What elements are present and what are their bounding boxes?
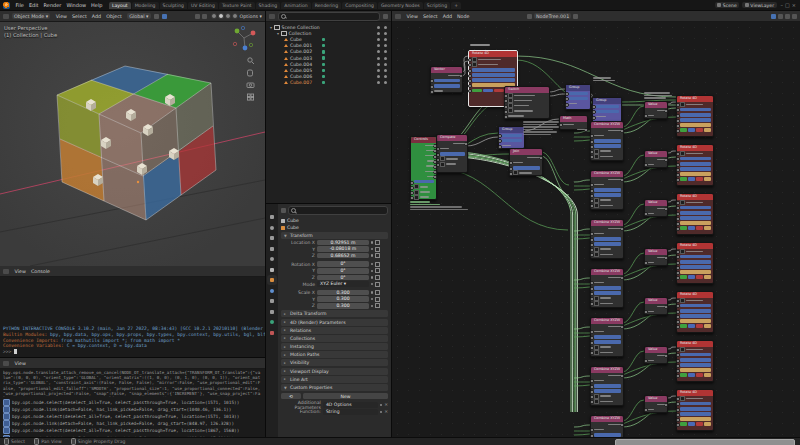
snapping-magnet-icon[interactable] — [778, 14, 783, 19]
output-socket[interactable] — [620, 178, 624, 182]
lock-icon[interactable] — [375, 290, 380, 295]
node-title[interactable]: Controls — [411, 137, 436, 143]
disable-render-icon[interactable] — [384, 32, 387, 35]
animate-dot[interactable] — [371, 254, 373, 256]
node-title[interactable]: Combine XYZW — [591, 122, 623, 128]
node-combine-xyzw[interactable]: Combine XYZW — [590, 170, 624, 210]
node-value[interactable]: Value — [644, 150, 668, 168]
menu-help[interactable]: Help — [89, 2, 105, 8]
input-socket[interactable] — [676, 276, 680, 280]
tab-sculpting[interactable]: Sculpting — [160, 2, 187, 9]
viewport-menu-select[interactable]: Select — [70, 14, 90, 19]
node-combine-xyzw[interactable]: Combine XYZW — [590, 121, 624, 161]
panel-collections[interactable]: ▸Collections — [281, 335, 388, 342]
node-title[interactable]: Combine XYZW — [591, 171, 623, 177]
window-button-2[interactable]: × — [791, 2, 797, 8]
node-title[interactable]: Combine XYZW — [591, 318, 623, 324]
overlays-dropdown-icon[interactable] — [785, 14, 790, 19]
panel-delta-transform[interactable]: ▸Delta Transform — [281, 310, 388, 317]
node-value[interactable]: Value — [644, 346, 668, 364]
output-socket[interactable] — [539, 156, 543, 160]
lock-icon[interactable] — [375, 303, 380, 308]
info-log-entry[interactable]: bpy.ops.node.select(deselect_all=True, s… — [3, 413, 262, 420]
viewport-menu-object[interactable]: Object — [104, 14, 125, 19]
node-title[interactable]: Rotate 4D — [677, 390, 713, 396]
node-title[interactable]: Rotate 4D — [677, 292, 713, 298]
animate-dot[interactable] — [371, 298, 373, 300]
node-group[interactable]: Group — [592, 97, 622, 124]
node-combine-xyzw[interactable]: Combine XYZW — [590, 219, 624, 259]
node-title[interactable]: Rotate 4D — [677, 145, 713, 151]
node-menu-add[interactable]: Add — [440, 14, 454, 19]
node-title[interactable]: Value — [645, 347, 667, 353]
prop-tab-9[interactable] — [269, 309, 275, 315]
hide-viewport-icon[interactable] — [377, 26, 380, 29]
editor-type-icon[interactable] — [3, 14, 9, 19]
output-socket[interactable] — [620, 374, 624, 378]
tab-modeling[interactable]: Modeling — [132, 2, 159, 9]
hide-viewport-icon[interactable] — [377, 57, 380, 60]
hide-viewport-icon[interactable] — [377, 75, 380, 78]
node-value[interactable]: Value — [644, 101, 668, 119]
panel-viewport-display[interactable]: ▸Viewport Display — [281, 368, 388, 375]
output-socket[interactable] — [584, 128, 588, 132]
node-menu-node[interactable]: Node — [455, 14, 473, 19]
info-log-entry[interactable]: bpy.ops.node.link(detach=False, has_link… — [3, 406, 262, 413]
transform-field[interactable]: XYZ Euler ▾ — [317, 281, 369, 287]
node-title[interactable]: Rotate 4D — [677, 243, 713, 249]
node-compare[interactable]: Compare — [436, 134, 468, 173]
animate-dot[interactable] — [371, 270, 373, 272]
output-socket[interactable] — [433, 170, 437, 174]
disable-render-icon[interactable] — [384, 26, 387, 29]
input-socket[interactable] — [590, 155, 594, 159]
menu-render[interactable]: Render — [41, 2, 64, 8]
node-title[interactable]: Value — [645, 102, 667, 108]
node-title[interactable]: Rotate 4D — [469, 51, 517, 57]
editor-options-icon[interactable] — [792, 14, 797, 19]
prop-tab-8[interactable] — [269, 298, 275, 304]
shading-solid-icon[interactable] — [218, 13, 224, 19]
prop-tab-4[interactable] — [269, 256, 275, 262]
animate-dot[interactable] — [380, 404, 382, 406]
tab-compositing[interactable]: Compositing — [342, 2, 377, 9]
disable-render-icon[interactable] — [384, 57, 387, 60]
node-title[interactable]: Group — [499, 127, 524, 133]
remove-icon[interactable]: × — [384, 402, 388, 407]
orientation-dropdown[interactable]: Global ▾ — [127, 13, 150, 19]
node-title[interactable]: Value — [645, 396, 667, 402]
mode-dropdown[interactable]: Object Mode ▾ — [12, 13, 50, 19]
custom-prop-value[interactable]: String — [323, 409, 378, 415]
node-canvas[interactable]: VectorRotate 4DSwitchGroupGroupMathGroup… — [392, 22, 800, 437]
output-socket[interactable] — [433, 144, 437, 148]
node-value[interactable]: Value — [644, 297, 668, 315]
proportional-edit-icon[interactable] — [162, 14, 167, 19]
animate-dot[interactable] — [371, 305, 373, 307]
node-value[interactable]: Value — [644, 248, 668, 266]
scene-selector[interactable]: Scene — [715, 2, 740, 8]
prop-tab-11[interactable] — [269, 330, 275, 336]
visibility-icon[interactable] — [195, 14, 200, 19]
transform-field[interactable]: 0° — [317, 275, 369, 281]
output-socket[interactable] — [433, 155, 437, 159]
hide-viewport-icon[interactable] — [377, 50, 380, 53]
input-socket[interactable] — [590, 400, 594, 404]
node-rotate-4d[interactable]: Rotate 4D — [676, 242, 714, 284]
disable-render-icon[interactable] — [384, 63, 387, 66]
node-group[interactable]: Group — [565, 84, 591, 110]
input-socket[interactable] — [676, 129, 680, 133]
animate-dot[interactable] — [371, 263, 373, 265]
node-rotate-4d[interactable]: Rotate 4D — [676, 144, 714, 186]
node-title[interactable]: Compare — [437, 135, 467, 141]
tab-rendering[interactable]: Rendering — [312, 2, 341, 9]
console-body[interactable]: PYTHON INTERACTIVE CONSOLE 3.10.2 (main,… — [0, 277, 265, 357]
node-title[interactable]: Combine XYZW — [591, 269, 623, 275]
object-name-row[interactable]: Cube — [281, 224, 388, 231]
input-socket[interactable] — [676, 423, 680, 427]
transform-field[interactable]: 0.300 — [317, 296, 369, 302]
prop-tab-2[interactable] — [269, 235, 275, 241]
hide-viewport-icon[interactable] — [377, 44, 380, 47]
node-title[interactable]: Value — [645, 200, 667, 206]
console-menu-console[interactable]: Console — [28, 269, 52, 274]
input-socket[interactable] — [590, 204, 594, 208]
overlays-icon[interactable] — [202, 14, 207, 19]
